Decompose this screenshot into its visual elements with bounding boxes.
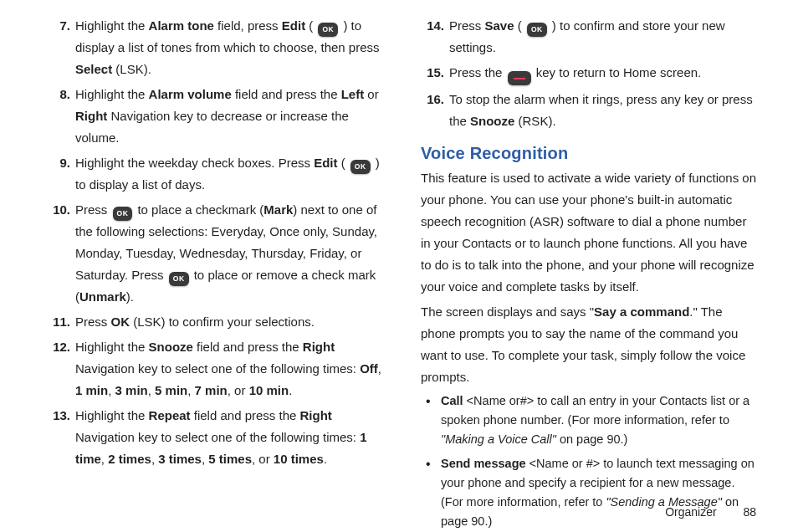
bold-text: 7 min bbox=[195, 383, 228, 397]
bold-text: Right bbox=[75, 109, 107, 123]
step-body: Highlight the Repeat field and press the… bbox=[75, 408, 367, 466]
bullet-item: Send message <Name or #> to launch text … bbox=[421, 454, 758, 531]
right-column: 14.Press Save ( OK ) to confirm and stor… bbox=[421, 15, 758, 532]
step-body: Press OK (LSK) to confirm your selection… bbox=[75, 315, 315, 329]
step-item: 9.Highlight the weekday check boxes. Pre… bbox=[47, 152, 384, 196]
bold-text: Left bbox=[341, 87, 365, 101]
ok-key-icon: OK bbox=[318, 23, 338, 37]
ok-key-icon: OK bbox=[350, 160, 371, 174]
step-number: 7. bbox=[47, 15, 70, 37]
bold-text: Edit bbox=[282, 18, 305, 33]
ok-key-icon: OK bbox=[169, 272, 189, 286]
bold-text: OK bbox=[111, 315, 130, 329]
right-steps-list: 14.Press Save ( OK ) to confirm and stor… bbox=[421, 15, 758, 132]
step-number: 15. bbox=[421, 62, 444, 84]
bold-text: 1 min bbox=[75, 383, 108, 397]
bold-text: Edit bbox=[314, 156, 337, 170]
bold-text: Snooze bbox=[149, 340, 193, 354]
italic-reference: "Making a Voice Call" bbox=[441, 432, 556, 446]
home-key-icon bbox=[508, 71, 531, 85]
bold-text: 2 times bbox=[108, 452, 151, 466]
step-item: 15.Press the key to return to Home scree… bbox=[421, 62, 758, 85]
bold-text: Call bbox=[441, 394, 463, 407]
bold-text: Off bbox=[360, 361, 378, 376]
ok-key-icon: OK bbox=[527, 23, 547, 37]
section-heading-voice-recognition: Voice Recognition bbox=[421, 142, 758, 164]
bold-text: Repeat bbox=[149, 408, 191, 422]
left-steps-list: 7.Highlight the Alarm tone field, press … bbox=[47, 15, 384, 470]
bold-text: Alarm tone bbox=[149, 18, 214, 33]
footer-page-number: 88 bbox=[743, 505, 756, 519]
step-body: To stop the alarm when it rings, press a… bbox=[449, 92, 753, 128]
paragraph: The screen displays and says "Say a comm… bbox=[421, 301, 758, 388]
step-body: Highlight the Alarm volume field and pre… bbox=[75, 87, 379, 145]
step-body: Press OK to place a checkmark (Mark) nex… bbox=[75, 202, 377, 304]
step-body: Highlight the Alarm tone field, press Ed… bbox=[75, 18, 380, 76]
step-item: 13.Highlight the Repeat field and press … bbox=[47, 405, 384, 470]
step-item: 14.Press Save ( OK ) to confirm and stor… bbox=[421, 15, 758, 59]
bold-text: Send message bbox=[441, 457, 526, 470]
step-number: 10. bbox=[47, 199, 70, 221]
columns: 7.Highlight the Alarm tone field, press … bbox=[47, 15, 758, 532]
step-item: 10.Press OK to place a checkmark (Mark) … bbox=[47, 199, 384, 308]
bold-text: Save bbox=[485, 18, 514, 33]
bold-text: Unmark bbox=[79, 289, 126, 304]
paragraph: This feature is used to activate a wide … bbox=[421, 167, 758, 298]
bold-text: Snooze bbox=[470, 114, 514, 128]
bold-text: 10 times bbox=[274, 452, 324, 466]
step-number: 16. bbox=[421, 89, 444, 110]
bold-text: 5 times bbox=[208, 452, 252, 466]
ok-key-icon: OK bbox=[113, 207, 133, 221]
bold-text: 5 min bbox=[155, 383, 187, 397]
left-column: 7.Highlight the Alarm tone field, press … bbox=[47, 15, 384, 532]
bullet-item: Call <Name or#> to call an entry in your… bbox=[421, 391, 758, 449]
step-number: 13. bbox=[47, 405, 70, 427]
step-body: Press the key to return to Home screen. bbox=[449, 65, 701, 79]
bold-text: 10 min bbox=[249, 383, 289, 397]
step-body: Highlight the Snooze field and press the… bbox=[75, 340, 381, 397]
step-item: 16.To stop the alarm when it rings, pres… bbox=[421, 89, 758, 132]
step-item: 8.Highlight the Alarm volume field and p… bbox=[47, 84, 384, 149]
step-number: 12. bbox=[47, 336, 70, 358]
step-item: 7.Highlight the Alarm tone field, press … bbox=[47, 15, 384, 80]
step-number: 14. bbox=[421, 15, 444, 37]
step-number: 8. bbox=[47, 84, 70, 105]
bold-text: Alarm volume bbox=[149, 87, 232, 101]
manual-page: 7.Highlight the Alarm tone field, press … bbox=[0, 0, 798, 532]
footer-section-name: Organizer bbox=[665, 505, 716, 519]
step-item: 12.Highlight the Snooze field and press … bbox=[47, 336, 384, 402]
bold-text: 3 times bbox=[158, 452, 202, 466]
step-body: Press Save ( OK ) to confirm and store y… bbox=[449, 18, 725, 54]
page-footer: Organizer 88 bbox=[665, 505, 756, 519]
step-number: 11. bbox=[47, 311, 70, 333]
step-body: Highlight the weekday check boxes. Press… bbox=[75, 156, 380, 192]
bold-text: Select bbox=[75, 62, 112, 76]
bold-text: 3 min bbox=[115, 383, 148, 397]
bold-text: Right bbox=[300, 408, 332, 422]
step-number: 9. bbox=[47, 152, 70, 174]
bold-text: Say a command bbox=[594, 304, 689, 319]
bold-text: Right bbox=[303, 340, 335, 354]
step-item: 11.Press OK (LSK) to confirm your select… bbox=[47, 311, 384, 333]
bold-text: Mark bbox=[263, 202, 293, 217]
